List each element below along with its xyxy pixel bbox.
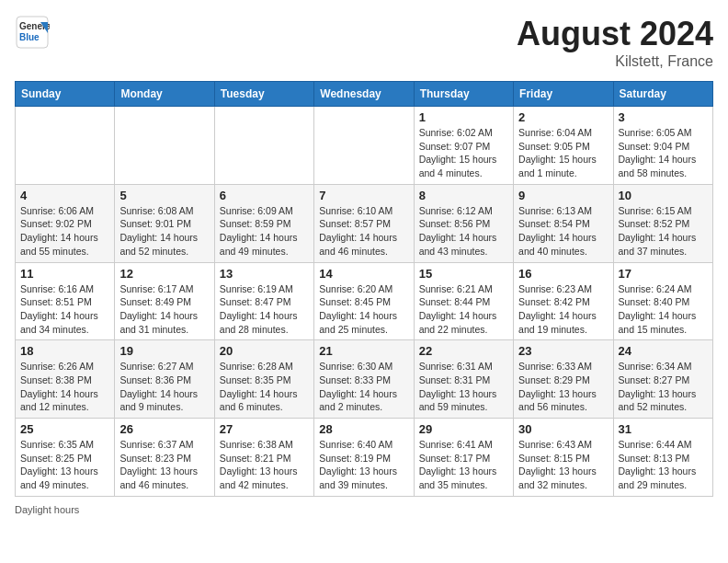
day-info: Sunrise: 6:24 AM Sunset: 8:40 PM Dayligh… (619, 282, 708, 337)
day-info: Sunrise: 6:35 AM Sunset: 8:25 PM Dayligh… (20, 438, 109, 492)
day-info: Sunrise: 6:08 AM Sunset: 9:01 PM Dayligh… (119, 204, 209, 259)
calendar-cell: 10Sunrise: 6:15 AM Sunset: 8:52 PM Dayli… (613, 184, 712, 262)
day-number: 5 (119, 189, 209, 202)
day-info: Sunrise: 6:17 AM Sunset: 8:49 PM Dayligh… (119, 282, 209, 337)
calendar-cell: 23Sunrise: 6:33 AM Sunset: 8:29 PM Dayli… (514, 340, 613, 419)
day-number: 30 (518, 422, 608, 436)
calendar-table: SundayMondayTuesdayWednesdayThursdayFrid… (15, 81, 713, 497)
day-of-week-header: Thursday (414, 82, 513, 107)
day-info: Sunrise: 6:10 AM Sunset: 8:57 PM Dayligh… (319, 204, 408, 259)
day-number: 4 (20, 189, 109, 202)
calendar-cell (16, 107, 115, 185)
day-number: 17 (619, 267, 708, 281)
calendar-cell: 14Sunrise: 6:20 AM Sunset: 8:45 PM Dayli… (314, 262, 414, 340)
day-info: Sunrise: 6:34 AM Sunset: 8:27 PM Dayligh… (619, 360, 708, 414)
day-number: 14 (319, 267, 408, 281)
day-number: 18 (20, 344, 109, 358)
calendar-cell: 16Sunrise: 6:23 AM Sunset: 8:42 PM Dayli… (514, 262, 613, 340)
calendar-cell: 29Sunrise: 6:41 AM Sunset: 8:17 PM Dayli… (414, 419, 513, 497)
day-number: 28 (319, 422, 408, 436)
day-info: Sunrise: 6:37 AM Sunset: 8:23 PM Dayligh… (119, 438, 209, 492)
daylight-label: Daylight hours (15, 504, 79, 515)
footer: Daylight hours (15, 504, 713, 515)
title-block: August 2024 Kilstett, France (517, 15, 713, 70)
calendar-cell: 1Sunrise: 6:02 AM Sunset: 9:07 PM Daylig… (414, 107, 513, 185)
day-info: Sunrise: 6:20 AM Sunset: 8:45 PM Dayligh… (319, 282, 408, 337)
logo: General Blue (15, 15, 50, 50)
day-of-week-header: Saturday (613, 82, 712, 107)
day-of-week-header: Sunday (16, 82, 115, 107)
calendar-cell: 13Sunrise: 6:19 AM Sunset: 8:47 PM Dayli… (214, 262, 313, 340)
calendar-week-row: 18Sunrise: 6:26 AM Sunset: 8:38 PM Dayli… (16, 340, 713, 419)
day-info: Sunrise: 6:12 AM Sunset: 8:56 PM Dayligh… (419, 204, 508, 259)
day-info: Sunrise: 6:19 AM Sunset: 8:47 PM Dayligh… (220, 282, 309, 337)
svg-text:Blue: Blue (19, 32, 40, 42)
calendar-week-row: 1Sunrise: 6:02 AM Sunset: 9:07 PM Daylig… (16, 107, 713, 185)
day-number: 21 (319, 344, 408, 358)
day-info: Sunrise: 6:13 AM Sunset: 8:54 PM Dayligh… (518, 204, 608, 259)
calendar-week-row: 11Sunrise: 6:16 AM Sunset: 8:51 PM Dayli… (16, 262, 713, 340)
day-info: Sunrise: 6:44 AM Sunset: 8:13 PM Dayligh… (619, 438, 708, 492)
calendar-cell: 6Sunrise: 6:09 AM Sunset: 8:59 PM Daylig… (214, 184, 313, 262)
day-info: Sunrise: 6:26 AM Sunset: 8:38 PM Dayligh… (20, 360, 109, 414)
calendar-cell: 11Sunrise: 6:16 AM Sunset: 8:51 PM Dayli… (16, 262, 115, 340)
day-info: Sunrise: 6:43 AM Sunset: 8:15 PM Dayligh… (518, 438, 608, 492)
day-number: 26 (119, 422, 209, 436)
day-number: 7 (319, 189, 408, 202)
day-info: Sunrise: 6:23 AM Sunset: 8:42 PM Dayligh… (518, 282, 608, 337)
day-number: 2 (518, 110, 608, 124)
calendar-cell (314, 107, 414, 185)
calendar-week-row: 25Sunrise: 6:35 AM Sunset: 8:25 PM Dayli… (16, 419, 713, 497)
day-number: 25 (20, 422, 109, 436)
calendar-cell: 9Sunrise: 6:13 AM Sunset: 8:54 PM Daylig… (514, 184, 613, 262)
calendar-cell: 7Sunrise: 6:10 AM Sunset: 8:57 PM Daylig… (314, 184, 414, 262)
day-number: 9 (518, 189, 608, 202)
day-info: Sunrise: 6:40 AM Sunset: 8:19 PM Dayligh… (319, 438, 408, 492)
calendar-cell: 3Sunrise: 6:05 AM Sunset: 9:04 PM Daylig… (613, 107, 712, 185)
day-number: 8 (419, 189, 508, 202)
day-number: 20 (220, 344, 309, 358)
day-number: 24 (619, 344, 708, 358)
calendar-cell: 18Sunrise: 6:26 AM Sunset: 8:38 PM Dayli… (16, 340, 115, 419)
logo-icon: General Blue (15, 15, 50, 50)
day-number: 27 (220, 422, 309, 436)
calendar-cell: 27Sunrise: 6:38 AM Sunset: 8:21 PM Dayli… (214, 419, 313, 497)
day-number: 1 (419, 110, 508, 124)
month-year-title: August 2024 (517, 15, 713, 53)
day-number: 3 (619, 110, 708, 124)
day-info: Sunrise: 6:21 AM Sunset: 8:44 PM Dayligh… (419, 282, 508, 337)
day-number: 22 (419, 344, 508, 358)
calendar-cell (214, 107, 313, 185)
day-number: 6 (220, 189, 309, 202)
calendar-cell: 19Sunrise: 6:27 AM Sunset: 8:36 PM Dayli… (115, 340, 214, 419)
day-info: Sunrise: 6:31 AM Sunset: 8:31 PM Dayligh… (419, 360, 508, 414)
day-number: 16 (518, 267, 608, 281)
day-info: Sunrise: 6:15 AM Sunset: 8:52 PM Dayligh… (619, 204, 708, 259)
calendar-cell: 20Sunrise: 6:28 AM Sunset: 8:35 PM Dayli… (214, 340, 313, 419)
day-info: Sunrise: 6:06 AM Sunset: 9:02 PM Dayligh… (20, 204, 109, 259)
calendar-cell: 28Sunrise: 6:40 AM Sunset: 8:19 PM Dayli… (314, 419, 414, 497)
calendar-cell: 4Sunrise: 6:06 AM Sunset: 9:02 PM Daylig… (16, 184, 115, 262)
day-of-week-header: Tuesday (214, 82, 313, 107)
day-info: Sunrise: 6:33 AM Sunset: 8:29 PM Dayligh… (518, 360, 608, 414)
day-number: 31 (619, 422, 708, 436)
calendar-cell: 25Sunrise: 6:35 AM Sunset: 8:25 PM Dayli… (16, 419, 115, 497)
calendar-cell: 22Sunrise: 6:31 AM Sunset: 8:31 PM Dayli… (414, 340, 513, 419)
day-number: 19 (119, 344, 209, 358)
day-info: Sunrise: 6:27 AM Sunset: 8:36 PM Dayligh… (119, 360, 209, 414)
day-number: 11 (20, 267, 109, 281)
day-number: 23 (518, 344, 608, 358)
day-of-week-header: Friday (514, 82, 613, 107)
day-info: Sunrise: 6:02 AM Sunset: 9:07 PM Dayligh… (419, 126, 508, 180)
calendar-cell: 17Sunrise: 6:24 AM Sunset: 8:40 PM Dayli… (613, 262, 712, 340)
calendar-cell: 30Sunrise: 6:43 AM Sunset: 8:15 PM Dayli… (514, 419, 613, 497)
day-number: 15 (419, 267, 508, 281)
calendar-cell: 26Sunrise: 6:37 AM Sunset: 8:23 PM Dayli… (115, 419, 214, 497)
day-number: 29 (419, 422, 508, 436)
calendar-cell: 21Sunrise: 6:30 AM Sunset: 8:33 PM Dayli… (314, 340, 414, 419)
day-info: Sunrise: 6:04 AM Sunset: 9:05 PM Dayligh… (518, 126, 608, 180)
day-info: Sunrise: 6:38 AM Sunset: 8:21 PM Dayligh… (220, 438, 309, 492)
day-of-week-header: Wednesday (314, 82, 414, 107)
calendar-cell: 31Sunrise: 6:44 AM Sunset: 8:13 PM Dayli… (613, 419, 712, 497)
calendar-cell: 12Sunrise: 6:17 AM Sunset: 8:49 PM Dayli… (115, 262, 214, 340)
